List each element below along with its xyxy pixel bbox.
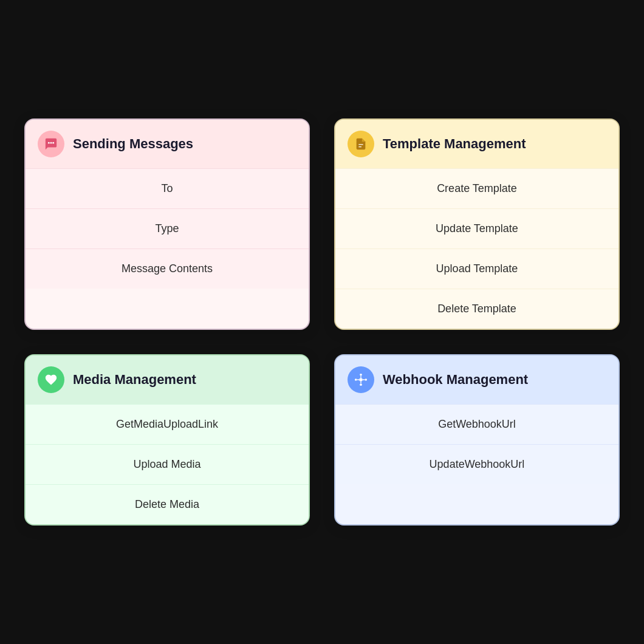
svg-point-2: [52, 142, 54, 144]
sending-item-type[interactable]: Type: [26, 208, 309, 248]
media-item-get-upload-link[interactable]: GetMediaUploadLink: [26, 404, 309, 444]
webhook-item-get-url[interactable]: GetWebhookUrl: [335, 404, 618, 444]
webhook-item-update-url[interactable]: UpdateWebhookUrl: [335, 444, 618, 484]
svg-point-7: [360, 383, 362, 386]
template-item-update[interactable]: Update Template: [335, 208, 618, 248]
media-item-upload[interactable]: Upload Media: [26, 444, 309, 484]
template-item-create[interactable]: Create Template: [335, 168, 618, 208]
sending-item-to[interactable]: To: [26, 168, 309, 208]
heart-icon: [38, 366, 64, 393]
sending-item-message-contents[interactable]: Message Contents: [26, 248, 309, 289]
card-webhook-title: Webhook Management: [383, 372, 528, 388]
svg-point-1: [50, 142, 52, 144]
template-item-upload[interactable]: Upload Template: [335, 248, 618, 289]
card-sending-title: Sending Messages: [73, 136, 193, 152]
document-icon: [348, 131, 374, 157]
card-template-title: Template Management: [383, 136, 526, 152]
card-media-title: Media Management: [73, 372, 196, 388]
card-webhook-management: Webhook Management GetWebhookUrl UpdateW…: [334, 354, 620, 526]
svg-point-0: [48, 142, 50, 144]
card-media-header: Media Management: [26, 355, 309, 404]
svg-point-5: [359, 378, 363, 382]
card-template-header: Template Management: [335, 120, 618, 168]
card-webhook-header: Webhook Management: [335, 355, 618, 404]
card-sending-header: Sending Messages: [26, 120, 309, 168]
card-media-management: Media Management GetMediaUploadLink Uplo…: [24, 354, 310, 526]
svg-point-6: [360, 374, 362, 376]
card-sending-messages: Sending Messages To Type Message Content…: [24, 118, 310, 330]
media-item-delete[interactable]: Delete Media: [26, 484, 309, 524]
chat-icon: [38, 131, 64, 157]
card-template-management: Template Management Create Template Upda…: [334, 118, 620, 330]
svg-point-9: [365, 379, 367, 381]
main-grid: Sending Messages To Type Message Content…: [0, 0, 644, 644]
template-item-delete[interactable]: Delete Template: [335, 289, 618, 329]
hub-icon: [348, 366, 374, 393]
svg-point-8: [355, 379, 357, 381]
